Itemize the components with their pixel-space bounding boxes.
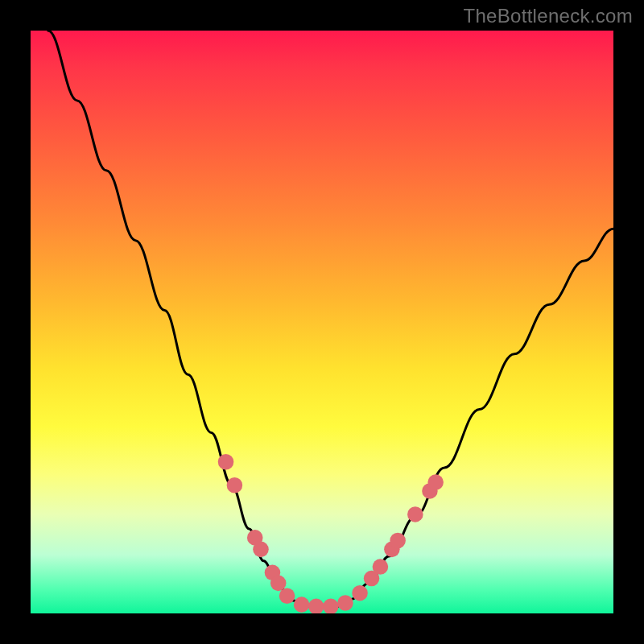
- plot-area: [31, 31, 613, 613]
- curve-marker: [294, 597, 310, 613]
- curve-marker: [308, 599, 324, 613]
- curve-marker: [407, 506, 423, 522]
- curve-marker: [279, 588, 295, 605]
- curve-marker: [253, 542, 269, 558]
- curve-marker: [427, 474, 444, 490]
- watermark-text: TheBottleneck.com: [463, 5, 633, 27]
- curve-marker: [323, 599, 339, 613]
- curve-marker: [227, 477, 243, 493]
- chart-frame: TheBottleneck.com: [0, 0, 644, 644]
- curve-marker: [352, 585, 368, 601]
- curve-marker: [337, 595, 353, 611]
- curve-marker: [270, 576, 287, 592]
- curve-marker: [390, 533, 406, 549]
- bottleneck-curve: [48, 31, 613, 606]
- curve-marker: [373, 559, 389, 575]
- chart-svg: [31, 31, 613, 613]
- curve-marker: [218, 454, 234, 470]
